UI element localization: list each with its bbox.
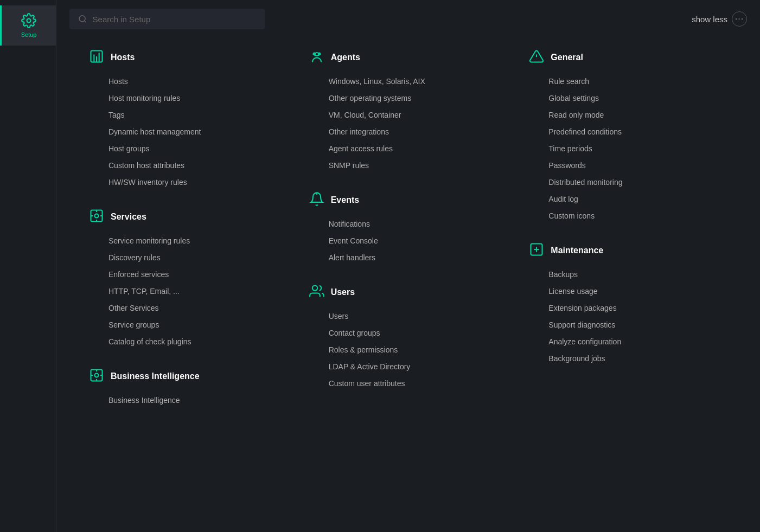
menu-item[interactable]: Audit log: [529, 191, 727, 208]
section-header-business-intelligence: Business Intelligence: [89, 368, 288, 384]
menu-item[interactable]: Distributed monitoring: [529, 174, 727, 191]
menu-item[interactable]: Other integrations: [309, 124, 508, 140]
section-hosts: HostsHostsHost monitoring rulesTagsDynam…: [89, 49, 288, 191]
search-icon: [78, 14, 87, 24]
services-icon: [89, 208, 104, 225]
section-general: GeneralRule searchGlobal settingsRead on…: [529, 49, 727, 225]
show-less-button[interactable]: show less ···: [692, 11, 747, 27]
sidebar: Setup: [0, 0, 56, 532]
menu-item[interactable]: Custom icons: [529, 208, 727, 225]
svg-point-8: [95, 214, 99, 218]
menu-grid: HostsHostsHost monitoring rulesTagsDynam…: [56, 38, 760, 532]
section-title-events: Events: [331, 195, 359, 205]
section-agents: AgentsWindows, Linux, Solaris, AIXOther …: [309, 49, 508, 174]
section-maintenance: MaintenanceBackupsLicense usageExtension…: [529, 242, 727, 367]
section-title-business-intelligence: Business Intelligence: [111, 371, 200, 381]
section-header-services: Services: [89, 208, 288, 225]
menu-item[interactable]: Dynamic host management: [89, 124, 288, 140]
menu-item[interactable]: Background jobs: [529, 350, 727, 367]
menu-item[interactable]: Predefined conditions: [529, 124, 727, 140]
menu-item[interactable]: Custom user attributes: [309, 375, 508, 392]
main-content: show less ··· HostsHostsHost monitoring …: [56, 0, 760, 532]
section-title-users: Users: [331, 287, 355, 297]
users-icon: [309, 284, 324, 300]
section-header-users: Users: [309, 284, 508, 300]
agents-icon: [309, 49, 324, 66]
svg-point-1: [79, 16, 85, 22]
section-title-maintenance: Maintenance: [551, 246, 603, 255]
section-title-agents: Agents: [331, 53, 360, 62]
menu-item[interactable]: Service groups: [89, 317, 288, 334]
sidebar-item-label: Setup: [21, 31, 37, 38]
topbar: show less ···: [56, 0, 760, 38]
menu-item[interactable]: License usage: [529, 283, 727, 300]
menu-item[interactable]: Host monitoring rules: [89, 90, 288, 107]
menu-item[interactable]: Alert handlers: [309, 249, 508, 266]
menu-item[interactable]: Notifications: [309, 216, 508, 233]
section-events: EventsNotificationsEvent ConsoleAlert ha…: [309, 191, 508, 266]
menu-item[interactable]: Extension packages: [529, 300, 727, 317]
search-input[interactable]: [93, 15, 256, 24]
menu-item[interactable]: Host groups: [89, 140, 288, 157]
section-header-hosts: Hosts: [89, 49, 288, 66]
menu-item[interactable]: SNMP rules: [309, 157, 508, 174]
dots-icon: ···: [732, 11, 747, 27]
menu-item[interactable]: Roles & permissions: [309, 342, 508, 358]
section-header-general: General: [529, 49, 727, 66]
menu-item[interactable]: Catalog of check plugins: [89, 334, 288, 350]
menu-item[interactable]: Windows, Linux, Solaris, AIX: [309, 73, 508, 90]
show-less-label: show less: [692, 15, 727, 24]
search-box[interactable]: [69, 9, 265, 29]
bar-chart-icon: [89, 49, 104, 66]
menu-item[interactable]: HW/SW inventory rules: [89, 174, 288, 191]
section-header-agents: Agents: [309, 49, 508, 66]
svg-point-0: [27, 19, 31, 23]
svg-point-14: [95, 374, 99, 377]
menu-item[interactable]: Hosts: [89, 73, 288, 90]
section-title-general: General: [551, 53, 583, 62]
menu-item[interactable]: VM, Cloud, Container: [309, 107, 508, 124]
menu-item[interactable]: Read only mode: [529, 107, 727, 124]
section-services: ServicesService monitoring rulesDiscover…: [89, 208, 288, 350]
svg-line-2: [84, 21, 86, 22]
menu-item[interactable]: Contact groups: [309, 325, 508, 342]
menu-column-1: AgentsWindows, Linux, Solaris, AIXOther …: [298, 49, 519, 510]
menu-item[interactable]: Other Services: [89, 300, 288, 317]
section-business-intelligence: Business IntelligenceBusiness Intelligen…: [89, 368, 288, 409]
bi-icon: [89, 368, 104, 384]
setup-icon: [21, 13, 36, 28]
menu-item[interactable]: Passwords: [529, 157, 727, 174]
menu-item[interactable]: Discovery rules: [89, 249, 288, 266]
menu-column-0: HostsHostsHost monitoring rulesTagsDynam…: [78, 49, 298, 510]
menu-item[interactable]: Enforced services: [89, 266, 288, 283]
section-users: UsersUsersContact groupsRoles & permissi…: [309, 284, 508, 392]
menu-item[interactable]: Analyze configuration: [529, 334, 727, 350]
section-title-services: Services: [111, 212, 146, 222]
menu-item[interactable]: Event Console: [309, 233, 508, 249]
menu-item[interactable]: Rule search: [529, 73, 727, 90]
menu-item[interactable]: Business Intelligence: [89, 392, 288, 409]
menu-item[interactable]: Users: [309, 308, 508, 325]
section-title-hosts: Hosts: [111, 53, 135, 62]
menu-item[interactable]: LDAP & Active Directory: [309, 358, 508, 375]
events-icon: [309, 191, 324, 208]
menu-item[interactable]: Tags: [89, 107, 288, 124]
menu-item[interactable]: Global settings: [529, 90, 727, 107]
menu-item[interactable]: Agent access rules: [309, 140, 508, 157]
menu-item[interactable]: Custom host attributes: [89, 157, 288, 174]
sidebar-item-setup[interactable]: Setup: [0, 5, 56, 46]
menu-item[interactable]: HTTP, TCP, Email, ...: [89, 283, 288, 300]
section-header-maintenance: Maintenance: [529, 242, 727, 259]
menu-item[interactable]: Support diagnostics: [529, 317, 727, 334]
menu-item[interactable]: Time periods: [529, 140, 727, 157]
general-icon: [529, 49, 544, 66]
menu-column-2: GeneralRule searchGlobal settingsRead on…: [518, 49, 738, 510]
menu-item[interactable]: Backups: [529, 266, 727, 283]
section-header-events: Events: [309, 191, 508, 208]
menu-item[interactable]: Service monitoring rules: [89, 233, 288, 249]
menu-item[interactable]: Other operating systems: [309, 90, 508, 107]
svg-point-22: [312, 286, 317, 291]
maintenance-icon: [529, 242, 544, 259]
